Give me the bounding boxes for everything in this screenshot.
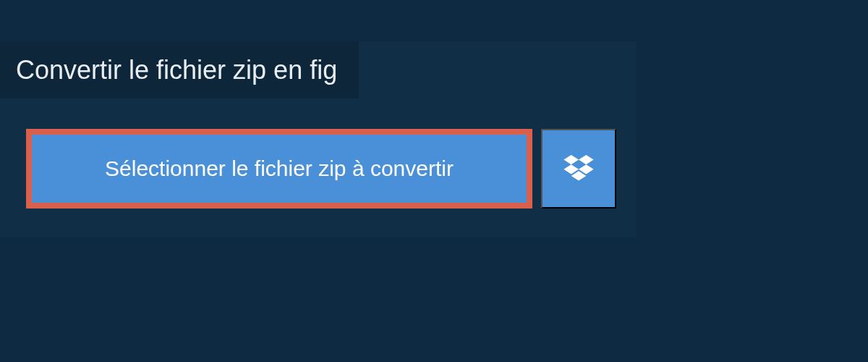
dropbox-icon bbox=[563, 155, 594, 182]
tab-header: Convertir le fichier zip en fig bbox=[0, 42, 359, 98]
page-title: Convertir le fichier zip en fig bbox=[16, 55, 337, 85]
dropbox-button[interactable] bbox=[541, 129, 616, 209]
select-file-button[interactable]: Sélectionner le fichier zip à convertir bbox=[26, 129, 532, 209]
